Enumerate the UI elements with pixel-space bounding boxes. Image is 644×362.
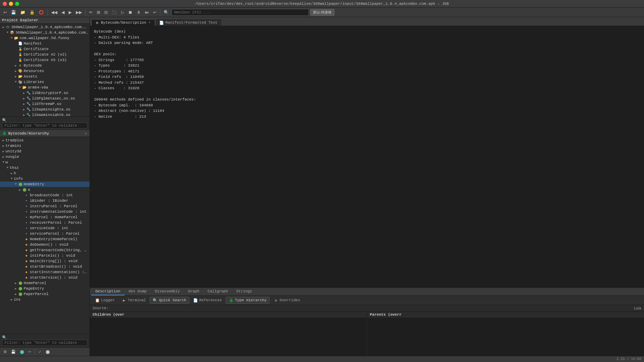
h-method-startbroadcast[interactable]: ◆ startBroadcast() : void bbox=[0, 264, 90, 269]
h-field-broadcast[interactable]: ▪ broadcastCode : int bbox=[0, 192, 90, 198]
parents-panel[interactable] bbox=[367, 318, 644, 356]
desc-tab-graph[interactable]: Graph bbox=[184, 288, 203, 295]
toolbar-btn-11[interactable]: ⊞ bbox=[95, 9, 102, 15]
tool-tab-overrides[interactable]: ⚙ Overrides bbox=[270, 297, 303, 304]
tree-item-cert[interactable]: 🏅 Certificate bbox=[0, 46, 90, 52]
tree-item-arm64[interactable]: ▼ 📂 arm64-v8a bbox=[0, 85, 90, 90]
h-method-gettransact[interactable]: ◆ getTransactCode(String, String) : int bbox=[0, 247, 90, 253]
children-panel[interactable] bbox=[90, 318, 367, 356]
toolbar-btn-5[interactable]: ⭕ bbox=[37, 9, 45, 15]
hierarchy-close-btn[interactable]: × bbox=[84, 131, 87, 136]
h-item-a[interactable]: ▶ ⬤ a bbox=[0, 187, 90, 192]
desc-tab-disassembly[interactable]: Disassembly bbox=[151, 288, 184, 295]
toolbar-btn-13[interactable]: ⬛ bbox=[110, 9, 118, 15]
tree-item-resources[interactable]: ▶ 🎨 Resources bbox=[0, 68, 90, 74]
toolbar-btn-6[interactable]: ◀◀ bbox=[50, 9, 59, 15]
tree-item-so1[interactable]: ▶ 🔧 libEncryptorP.so bbox=[0, 90, 90, 96]
tree-item-so2[interactable]: ▶ 🔧 libPglmetasec_ov.so bbox=[0, 96, 90, 101]
toolbar-btn-17[interactable]: ⏭ bbox=[143, 9, 150, 15]
toolbar-btn-15[interactable]: ⏹ bbox=[127, 9, 134, 15]
left-tb-3[interactable]: ⬤ bbox=[19, 349, 25, 355]
editor-content[interactable]: Bytecode (dex) - Multi-DEX: 4 files - Da… bbox=[90, 26, 644, 288]
tool-tab-quicksearch[interactable]: 🔍 Quick Search bbox=[150, 297, 189, 304]
h-field-svccode[interactable]: ▪ serviceCode : int bbox=[0, 225, 90, 231]
toolbar-btn-16[interactable]: ⏸ bbox=[135, 9, 142, 15]
maximize-button[interactable] bbox=[15, 2, 19, 6]
h-method-initparcels[interactable]: ◆ initParcels() : void bbox=[0, 253, 90, 258]
h-item-h[interactable]: ▶ h bbox=[0, 171, 90, 176]
desc-tab-description[interactable]: Description bbox=[91, 288, 125, 295]
h-item-ins[interactable]: ▶ ins bbox=[0, 297, 90, 302]
hierarchy-tree[interactable]: ▶ tradplus ▶ tramini ▶ unity3d ▶ vungle bbox=[0, 137, 90, 334]
h-field-instrucode[interactable]: ▪ instrumentationCode : int bbox=[0, 209, 90, 214]
desc-tab-hexdump[interactable]: Hex Dump bbox=[125, 288, 151, 295]
minimize-button[interactable] bbox=[9, 2, 13, 6]
toolbar-btn-18[interactable]: ↩ bbox=[152, 9, 158, 15]
tree-item-so3[interactable]: ▶ 🔧 libThreeWP.so bbox=[0, 101, 90, 107]
omnibox-input[interactable] bbox=[172, 9, 309, 16]
h-field-svcparcel[interactable]: ▪ serviceParcel : Parcel bbox=[0, 231, 90, 236]
tree-item-bytecode[interactable]: ▶ ⚙ Bytecode bbox=[0, 63, 90, 68]
tree-item-2[interactable]: ▼ 📂 com.wallpaper.hd.funny bbox=[0, 35, 90, 41]
left-tb-5[interactable]: ✓ bbox=[37, 349, 43, 355]
tab-bytecode-description[interactable]: ⚙ Bytecode/Description × bbox=[91, 19, 155, 26]
h-item-w[interactable]: ▼ w bbox=[0, 160, 90, 165]
tree-item-manifest[interactable]: 📄 Manifest bbox=[0, 41, 90, 46]
project-tree[interactable]: ▶ 🗃 360Wallpaper_1.0.4_apkcombo.com.apk.… bbox=[0, 24, 90, 116]
tool-tab-references[interactable]: 📄 References bbox=[190, 297, 225, 304]
tree-item-so4[interactable]: ▶ 🔧 libapminsighta.so bbox=[0, 107, 90, 112]
h-field-ibinder[interactable]: ▪ iBinder : IBinder bbox=[0, 198, 90, 203]
toolbar-btn-19[interactable]: 🔍 bbox=[162, 9, 170, 15]
h-method-dodaemon[interactable]: ◆ doDaemon() : void bbox=[0, 242, 90, 247]
tool-tab-terminal[interactable]: ▶ Terminal bbox=[119, 297, 149, 304]
filter-input-2[interactable] bbox=[2, 340, 87, 346]
toolbar-btn-14[interactable]: ▷ bbox=[120, 9, 126, 15]
h-item-unity3d[interactable]: ▶ unity3d bbox=[0, 149, 90, 154]
lock-button[interactable]: Lock bbox=[634, 306, 641, 310]
toolbar-btn-7[interactable]: ◀ bbox=[60, 9, 66, 15]
h-item-homeentry[interactable]: ▼ ⬤ HomeEntry bbox=[0, 182, 90, 187]
h-item-tradplus[interactable]: ▶ tradplus bbox=[0, 138, 90, 143]
tree-item-cert3[interactable]: 🏅 Certificate #3 (v3) bbox=[0, 57, 90, 63]
toolbar-btn-9[interactable]: ▶▶ bbox=[74, 9, 83, 15]
toolbar-btn-3[interactable]: 📁 bbox=[19, 9, 27, 15]
h-method-startservice[interactable]: ◆ startService() : void bbox=[0, 275, 90, 280]
left-tb-4[interactable]: ✏ bbox=[27, 349, 33, 355]
toolbar-btn-4[interactable]: 🔒 bbox=[28, 9, 36, 15]
tree-item-assets[interactable]: ▶ 📂 Assets bbox=[0, 74, 90, 79]
h-item-tramini[interactable]: ▶ tramini bbox=[0, 143, 90, 149]
h-item-vungle[interactable]: ▶ vungle bbox=[0, 154, 90, 160]
toolbar-btn-10[interactable]: ✏ bbox=[88, 9, 94, 15]
h-item-paperparcel[interactable]: ▶ ⬤ PaperParcel bbox=[0, 291, 90, 297]
tool-tab-typehierarchy[interactable]: 🌲 Type Hierarchy bbox=[226, 297, 270, 304]
left-tb-2[interactable]: 💾 bbox=[10, 349, 17, 355]
tree-item-libraries[interactable]: ▼ 📚 Libraries bbox=[0, 79, 90, 85]
h-item-homeparcel[interactable]: ▶ ⬤ HomeParcel bbox=[0, 280, 90, 286]
h-field-receiver[interactable]: ▪ receiverParcel : Parcel bbox=[0, 220, 90, 225]
tool-tab-logger[interactable]: 📋 Logger bbox=[92, 297, 118, 304]
h-method-main[interactable]: ◆ main(String[]) : void bbox=[0, 258, 90, 264]
left-tb-1[interactable]: ⚙ bbox=[2, 349, 8, 355]
filter-input-1[interactable] bbox=[2, 122, 87, 129]
close-button[interactable] bbox=[3, 2, 7, 6]
h-item-info[interactable]: ▼ info bbox=[0, 176, 90, 182]
desc-tab-callgraph[interactable]: Callgraph bbox=[203, 288, 232, 295]
toolbar-btn-1[interactable]: ↩ bbox=[2, 9, 8, 15]
h-field-myparcel[interactable]: ▪ myParcel : HomeParcel bbox=[0, 214, 90, 220]
tree-item-0[interactable]: ▶ 🗃 360Wallpaper_1.0.4_apkcombo.com.apk.… bbox=[0, 24, 90, 30]
h-item-thsz[interactable]: ▼ thsz bbox=[0, 165, 90, 171]
tree-item-so5[interactable]: ▶ 🔧 libapminsightb.so bbox=[0, 112, 90, 116]
toolbar-btn-2[interactable]: 💾 bbox=[10, 9, 17, 15]
h-ctor-homeentry[interactable]: ◆ HomeEntry(HomeParcel) bbox=[0, 236, 90, 242]
tree-item-cert2[interactable]: 🏅 Certificate #2 (v2) bbox=[0, 52, 90, 57]
desc-tab-strings[interactable]: Strings bbox=[232, 288, 256, 295]
left-tb-6[interactable]: ⬤ bbox=[44, 349, 51, 355]
toolbar-right-btn[interactable]: 默认-快捷键 bbox=[310, 9, 335, 16]
tree-item-1[interactable]: ▼ 📦 360Wallpaper_1.0.4_apkcombo.com.apk bbox=[0, 30, 90, 35]
h-method-startinstrumentation[interactable]: ◆ startInstrumentation() : void bbox=[0, 269, 90, 275]
toolbar-btn-12[interactable]: ⊟ bbox=[103, 9, 109, 15]
h-field-instru[interactable]: ▪ instruParcel : Parcel bbox=[0, 203, 90, 209]
toolbar-btn-8[interactable]: ▶ bbox=[67, 9, 73, 15]
tab-close-1[interactable]: × bbox=[148, 21, 151, 25]
tab-manifest-formatted[interactable]: 📄 Manifest/Formatted Text bbox=[156, 19, 221, 26]
